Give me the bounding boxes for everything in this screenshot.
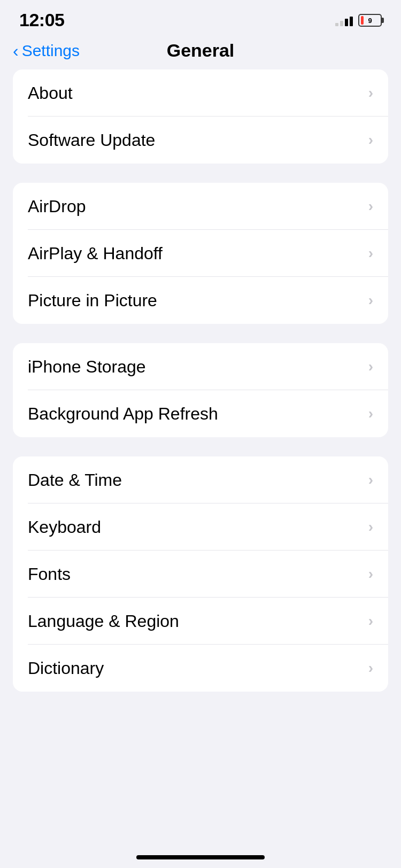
back-label: Settings (22, 42, 80, 60)
language-region-label: Language & Region (28, 611, 179, 631)
software-update-label: Software Update (28, 130, 155, 150)
settings-row-keyboard[interactable]: Keyboard › (13, 503, 388, 551)
settings-row-airdrop[interactable]: AirDrop › (13, 183, 388, 230)
status-icons: 9 (335, 14, 382, 27)
back-chevron-icon: ‹ (13, 42, 19, 59)
date-time-chevron-icon: › (368, 471, 373, 489)
home-indicator (136, 855, 265, 859)
status-bar: 12:05 9 (0, 0, 401, 36)
settings-row-airplay-handoff[interactable]: AirPlay & Handoff › (13, 230, 388, 277)
settings-row-software-update[interactable]: Software Update › (13, 117, 388, 164)
date-time-label: Date & Time (28, 470, 122, 490)
settings-group-1: About › Software Update › (13, 69, 388, 164)
nav-bar: ‹ Settings General (0, 36, 401, 69)
iphone-storage-label: iPhone Storage (28, 357, 146, 377)
keyboard-label: Keyboard (28, 517, 101, 537)
about-chevron-icon: › (368, 84, 373, 102)
settings-row-about[interactable]: About › (13, 69, 388, 117)
settings-row-dictionary[interactable]: Dictionary › (13, 645, 388, 692)
software-update-chevron-icon: › (368, 131, 373, 149)
settings-group-3: iPhone Storage › Background App Refresh … (13, 343, 388, 437)
page-title: General (167, 40, 235, 61)
airdrop-label: AirDrop (28, 197, 86, 216)
settings-group-4: Date & Time › Keyboard › Fonts › Languag… (13, 456, 388, 692)
dictionary-chevron-icon: › (368, 660, 373, 677)
settings-row-iphone-storage[interactable]: iPhone Storage › (13, 343, 388, 390)
keyboard-chevron-icon: › (368, 518, 373, 536)
picture-in-picture-label: Picture in Picture (28, 291, 157, 311)
battery-icon: 9 (358, 14, 382, 27)
status-time: 12:05 (19, 10, 64, 30)
dictionary-label: Dictionary (28, 658, 104, 678)
picture-in-picture-chevron-icon: › (368, 292, 373, 309)
settings-row-background-app-refresh[interactable]: Background App Refresh › (13, 390, 388, 437)
settings-row-picture-in-picture[interactable]: Picture in Picture › (13, 277, 388, 324)
airdrop-chevron-icon: › (368, 198, 373, 215)
back-button[interactable]: ‹ Settings (13, 42, 80, 60)
settings-container: About › Software Update › AirDrop › AirP… (0, 69, 401, 692)
settings-row-date-time[interactable]: Date & Time › (13, 456, 388, 503)
settings-row-language-region[interactable]: Language & Region › (13, 598, 388, 645)
settings-group-2: AirDrop › AirPlay & Handoff › Picture in… (13, 183, 388, 324)
about-label: About (28, 83, 73, 103)
airplay-handoff-label: AirPlay & Handoff (28, 244, 163, 264)
iphone-storage-chevron-icon: › (368, 358, 373, 375)
fonts-chevron-icon: › (368, 565, 373, 583)
fonts-label: Fonts (28, 564, 71, 584)
airplay-handoff-chevron-icon: › (368, 245, 373, 262)
settings-row-fonts[interactable]: Fonts › (13, 551, 388, 598)
signal-icon (335, 14, 353, 26)
background-app-refresh-chevron-icon: › (368, 405, 373, 422)
background-app-refresh-label: Background App Refresh (28, 404, 218, 424)
language-region-chevron-icon: › (368, 613, 373, 630)
